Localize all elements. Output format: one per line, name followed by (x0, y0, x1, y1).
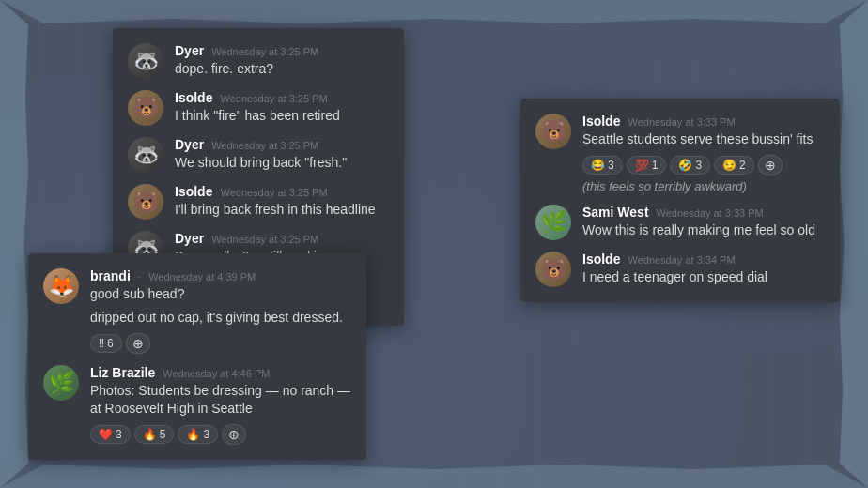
message-group: 🦝 Dyer Wednesday at 3:25 PM We should br… (128, 137, 389, 173)
message-content: Isolde Wednesday at 3:34 PM I need a tee… (582, 252, 825, 287)
message-group: 🐻 Isolde Wednesday at 3:25 PM I think "f… (128, 90, 389, 126)
message-text: good sub head? (90, 285, 351, 304)
message-header: Liz Brazile Wednesday at 4:46 PM (90, 365, 351, 380)
message-group: 🦝 Dyer Wednesday at 3:25 PM dope. fire. … (128, 43, 389, 79)
reaction-count: 1 (652, 159, 659, 172)
reaction-button[interactable]: 🤣 3 (670, 156, 710, 175)
username: Isolde (175, 184, 212, 199)
message-header: Isolde Wednesday at 3:34 PM (582, 252, 825, 267)
reactions-container: ‼️ 6 ⊕ (90, 333, 351, 354)
message-content: Isolde Wednesday at 3:25 PM I think "fir… (175, 90, 389, 126)
timestamp: Wednesday at 4:39 PM (148, 271, 256, 282)
timestamp: Wednesday at 3:34 PM (628, 254, 735, 266)
reactions-container: ❤️ 3 🔥 5 🔥 3 ⊕ (90, 424, 351, 445)
timestamp: Wednesday at 3:33 PM (657, 207, 764, 219)
add-reaction-button[interactable]: ⊕ (222, 424, 246, 445)
reaction-button[interactable]: ❤️ 3 (90, 425, 131, 444)
message-text: We should bring back "fresh." (175, 154, 389, 173)
avatar: 🌿 (43, 365, 79, 401)
timestamp: Wednesday at 3:33 PM (628, 116, 735, 128)
message-text: Wow this is really making me feel so old (582, 221, 825, 240)
reaction-count: 3 (608, 159, 614, 172)
message-content: Dyer Wednesday at 3:25 PM dope. fire. ex… (175, 43, 389, 79)
message-group: 🐻 Isolde Wednesday at 3:33 PM Seattle st… (535, 114, 825, 193)
message-text: I think "fire" has been retired (175, 107, 389, 126)
message-content: Sami West Wednesday at 3:33 PM Wow this … (582, 205, 825, 240)
avatar: 🦝 (128, 137, 163, 173)
avatar: 🌿 (535, 205, 571, 240)
avatar: 🦝 (128, 43, 163, 79)
avatar: 🦊 (43, 268, 79, 304)
message-content: brandi · Wednesday at 4:39 PM good sub h… (90, 268, 351, 354)
message-text: I'll bring back fresh in this headline (175, 201, 389, 220)
reaction-button[interactable]: 🔥 3 (178, 425, 218, 444)
reaction-count: 2 (739, 159, 746, 172)
username: Liz Brazile (90, 365, 155, 380)
reaction-button[interactable]: 😏 2 (714, 156, 754, 175)
timestamp: Wednesday at 3:25 PM (220, 93, 327, 104)
add-reaction-button[interactable]: ⊕ (126, 333, 150, 354)
sketch-border-top (0, 0, 868, 23)
message-header: Isolde Wednesday at 3:33 PM (582, 114, 825, 129)
message-header: Sami West Wednesday at 3:33 PM (582, 205, 825, 220)
timestamp: Wednesday at 3:25 PM (220, 187, 327, 198)
message-group: 🦊 brandi · Wednesday at 4:39 PM good sub… (43, 268, 351, 354)
avatar: 🐻 (535, 252, 571, 287)
username: Isolde (175, 90, 212, 105)
message-group: 🌿 Liz Brazile Wednesday at 4:46 PM Photo… (43, 365, 351, 445)
sketch-border-left (0, 0, 28, 488)
message-text: Photos: Students be dressing — no ranch … (90, 382, 351, 419)
timestamp: Wednesday at 3:25 PM (211, 234, 318, 245)
sketch-border-right (840, 0, 868, 488)
message-header: Isolde Wednesday at 3:25 PM (175, 184, 389, 199)
reaction-count: 3 (695, 159, 702, 172)
reaction-count: 3 (116, 428, 122, 441)
username: Sami West (582, 205, 649, 220)
italic-message: (this feels so terribly awkward) (582, 179, 825, 193)
message-text: I need a teenager on speed dial (582, 268, 825, 287)
reaction-button[interactable]: 🔥 5 (134, 425, 175, 444)
message-content: Liz Brazile Wednesday at 4:46 PM Photos:… (90, 365, 351, 445)
message-content: Dyer Wednesday at 3:25 PM We should brin… (175, 137, 389, 173)
reaction-button[interactable]: 😂 3 (582, 156, 623, 175)
avatar: 🐻 (128, 90, 163, 126)
avatar: 🐻 (535, 114, 571, 149)
timestamp: Wednesday at 3:25 PM (211, 46, 318, 57)
username: Isolde (582, 252, 620, 267)
chat-card-2: 🐻 Isolde Wednesday at 3:33 PM Seattle st… (520, 99, 840, 302)
username: Dyer (175, 137, 204, 152)
sketch-border-bottom (0, 465, 868, 488)
username: Dyer (175, 43, 204, 58)
reaction-count: 5 (160, 428, 166, 441)
message-text: dripped out no cap, it's giving best dre… (90, 309, 351, 328)
add-reaction-button[interactable]: ⊕ (758, 155, 783, 175)
chat-card-3: 🦊 brandi · Wednesday at 4:39 PM good sub… (28, 253, 366, 460)
message-content: Isolde Wednesday at 3:25 PM I'll bring b… (175, 184, 389, 220)
timestamp: Wednesday at 3:25 PM (211, 140, 318, 151)
message-text: dope. fire. extra? (175, 60, 389, 79)
message-text: Seattle students serve these bussin' fit… (582, 130, 825, 149)
message-header: brandi · Wednesday at 4:39 PM (90, 268, 351, 283)
message-header: Dyer Wednesday at 3:25 PM (175, 231, 389, 246)
username: Dyer (175, 231, 204, 246)
username: Isolde (582, 114, 620, 129)
reaction-button[interactable]: ‼️ 6 (90, 334, 122, 353)
reaction-button[interactable]: 💯 1 (627, 156, 667, 175)
message-group: 🐻 Isolde Wednesday at 3:34 PM I need a t… (535, 252, 825, 287)
timestamp: Wednesday at 4:46 PM (163, 368, 270, 379)
reactions-container: 😂 3 💯 1 🤣 3 😏 2 ⊕ (582, 155, 825, 175)
avatar: 🐻 (128, 184, 163, 220)
dot-separator: · (138, 270, 141, 283)
message-content: Isolde Wednesday at 3:33 PM Seattle stud… (582, 114, 825, 193)
reaction-count: 3 (203, 428, 209, 441)
message-header: Dyer Wednesday at 3:25 PM (175, 137, 389, 152)
username: brandi (90, 268, 131, 283)
message-header: Isolde Wednesday at 3:25 PM (175, 90, 389, 105)
reaction-count: 6 (107, 337, 114, 350)
message-group: 🐻 Isolde Wednesday at 3:25 PM I'll bring… (128, 184, 389, 220)
message-header: Dyer Wednesday at 3:25 PM (175, 43, 389, 58)
message-group: 🌿 Sami West Wednesday at 3:33 PM Wow thi… (535, 205, 825, 240)
